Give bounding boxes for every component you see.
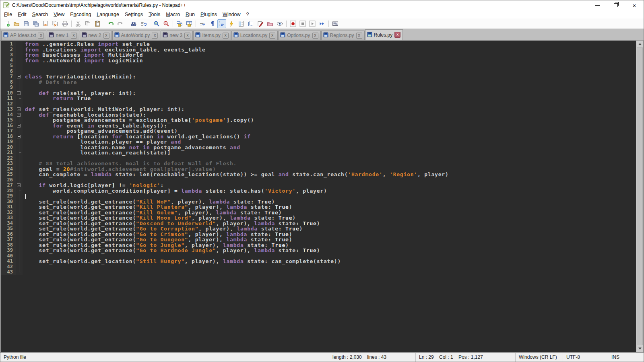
tab-items-py[interactable]: Items.pyx <box>193 31 231 40</box>
tab-options-py[interactable]: Options.pyx <box>278 31 320 40</box>
cut-button[interactable] <box>74 19 83 28</box>
line-number[interactable]: 26 <box>1 177 16 183</box>
line-number[interactable]: 33 <box>1 215 16 221</box>
tab-ap-ideas-txt[interactable]: AP Ideas.txtx <box>1 31 46 40</box>
code-line[interactable]: 34 set_rule(world.get_entrance("Descend … <box>1 221 636 226</box>
menu-view[interactable]: View <box>51 11 67 18</box>
macro-stop-button[interactable] <box>298 19 307 28</box>
scroll-down-arrow[interactable] <box>636 345 643 352</box>
line-number[interactable]: 40 <box>1 253 16 259</box>
code-line[interactable]: 4from ..AutoWorld import LogicMixin <box>1 58 636 64</box>
code-line[interactable]: 17 postgame_advancements.add(event) <box>1 128 636 134</box>
line-number[interactable]: 37 <box>1 237 16 243</box>
scroll-up-arrow[interactable] <box>636 41 643 47</box>
code-line[interactable]: 23 # 88 total achievements. Goal is to d… <box>1 161 636 167</box>
line-number[interactable]: 18 <box>1 134 16 140</box>
status-insert-mode[interactable]: INS <box>608 353 644 362</box>
line-number[interactable]: 21 <box>1 150 16 156</box>
restore-button[interactable] <box>607 0 625 10</box>
line-number[interactable]: 20 <box>1 145 16 150</box>
line-number[interactable]: 28 <box>1 188 16 194</box>
menu-settings[interactable]: Settings <box>122 11 146 18</box>
code-line[interactable]: 5 <box>1 63 636 69</box>
tab-close-icon[interactable]: x <box>223 33 229 39</box>
tab-close-icon[interactable]: x <box>269 33 275 39</box>
code-line[interactable]: 21 location.can_reach(state)] <box>1 150 636 156</box>
line-number[interactable]: 27 <box>1 183 16 188</box>
show-indent-guide-button[interactable] <box>217 19 226 28</box>
code-line[interactable]: 35 set_rule(world.get_entrance("Go to Co… <box>1 226 636 232</box>
code-editor[interactable]: 1from ..generic.Rules import set_rule2fr… <box>1 41 636 352</box>
code-line[interactable]: 19 location.player == player and <box>1 139 636 145</box>
close-all-button[interactable] <box>51 19 60 28</box>
menu-help[interactable]: ? <box>244 11 252 18</box>
line-number[interactable]: 25 <box>1 172 16 177</box>
line-number[interactable]: 4 <box>1 58 16 64</box>
fold-collapse-icon[interactable] <box>16 134 23 140</box>
sync-horizontal-button[interactable] <box>185 19 194 28</box>
line-number[interactable]: 38 <box>1 243 16 248</box>
code-line[interactable]: 32 set_rule(world.get_entrance("Kill Gol… <box>1 210 636 216</box>
code-line[interactable]: 12 <box>1 101 636 107</box>
zoom-in-button[interactable] <box>152 19 161 28</box>
line-number[interactable]: 14 <box>1 112 16 118</box>
line-number[interactable]: 17 <box>1 128 16 134</box>
monitoring-eye-button[interactable] <box>275 19 284 28</box>
line-number[interactable]: 3 <box>1 52 16 58</box>
new-file-button[interactable] <box>2 19 11 28</box>
code-line[interactable]: 15 postgame_advancements = exclusion_tab… <box>1 117 636 123</box>
code-line[interactable]: 26 <box>1 177 636 183</box>
paste-button[interactable] <box>93 19 102 28</box>
find-button[interactable] <box>129 19 138 28</box>
macro-record-button[interactable] <box>289 19 297 28</box>
fold-collapse-icon[interactable] <box>16 123 23 129</box>
line-number[interactable]: 1 <box>1 41 16 47</box>
line-number[interactable]: 5 <box>1 63 16 69</box>
code-line[interactable]: 2from .Locations import exclusion_table,… <box>1 47 636 53</box>
tab-new-3[interactable]: new 3x <box>161 31 193 40</box>
print-button[interactable] <box>60 19 69 28</box>
function-completion-button[interactable] <box>227 19 236 28</box>
menu-run[interactable]: Run <box>183 11 198 18</box>
code-line[interactable]: 31 set_rule(world.get_entrance("Kill Pla… <box>1 204 636 210</box>
tab-locations-py[interactable]: Locations.pyx <box>231 31 278 40</box>
code-line[interactable]: 29 <box>1 193 636 199</box>
line-number[interactable]: 11 <box>1 96 16 101</box>
line-number[interactable]: 29 <box>1 193 16 199</box>
line-number[interactable]: 31 <box>1 204 16 210</box>
tab-rules-py[interactable]: Rules.pyx <box>365 29 403 40</box>
line-number[interactable]: 2 <box>1 47 16 53</box>
code-line[interactable]: 14 def reachable_locations(state): <box>1 112 636 118</box>
menu-macro[interactable]: Macro <box>163 11 183 18</box>
code-line[interactable]: 18 return [location for location in worl… <box>1 134 636 140</box>
macro-play-button[interactable] <box>308 19 317 28</box>
fold-collapse-icon[interactable] <box>16 183 23 188</box>
open-folder-as-workspace-button[interactable] <box>266 19 275 28</box>
fold-collapse-icon[interactable] <box>16 74 23 80</box>
line-number[interactable]: 12 <box>1 101 16 107</box>
code-line[interactable]: 38 set_rule(world.get_entrance("Go to Ju… <box>1 243 636 248</box>
show-all-characters-button[interactable] <box>208 19 217 28</box>
code-line[interactable]: 36 set_rule(world.get_entrance("Go to Cr… <box>1 232 636 237</box>
fold-collapse-icon[interactable] <box>16 107 23 112</box>
menu-window[interactable]: Window <box>220 11 243 18</box>
menu-encoding[interactable]: Encoding <box>67 11 94 18</box>
menu-edit[interactable]: Edit <box>15 11 29 18</box>
code-line[interactable]: 39 set_rule(world.get_entrance("Go to Ha… <box>1 248 636 253</box>
minimize-button[interactable] <box>588 0 607 10</box>
menu-language[interactable]: Language <box>94 11 122 18</box>
save-all-button[interactable] <box>31 19 40 28</box>
edit-in-notepad-button[interactable] <box>256 19 265 28</box>
code-line[interactable]: 42 <box>1 264 636 270</box>
undo-button[interactable] <box>106 19 115 28</box>
scrollbar-thumb[interactable] <box>637 47 643 345</box>
tab-close-icon[interactable]: x <box>38 33 44 39</box>
code-line[interactable]: 10 def rule(self, player: int): <box>1 90 636 96</box>
open-file-button[interactable] <box>12 19 21 28</box>
code-line[interactable]: 20 location.name not in postgame_advance… <box>1 145 636 150</box>
line-number[interactable]: 42 <box>1 264 16 270</box>
fold-collapse-icon[interactable] <box>16 90 23 96</box>
word-wrap-button[interactable] <box>198 19 207 28</box>
code-line[interactable]: 11 return True <box>1 96 636 101</box>
macro-run-multiple-button[interactable] <box>318 19 326 28</box>
